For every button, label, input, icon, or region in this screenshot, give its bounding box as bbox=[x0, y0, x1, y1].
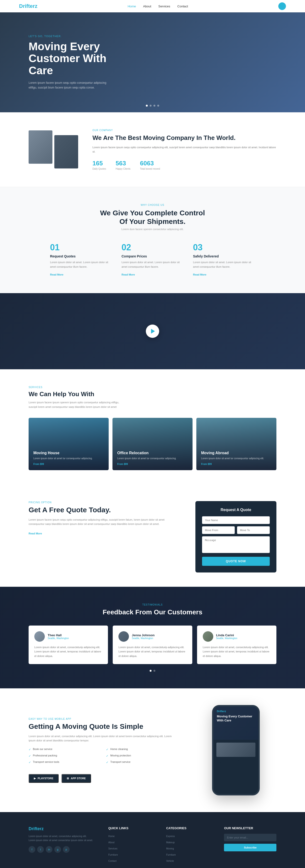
service-card-desc-3: Lorem ipsum dolor sit amet tur consequun… bbox=[201, 457, 272, 460]
app-features-col-1: ✓ Book our service ✓ Professional packin… bbox=[29, 748, 99, 767]
app-feature-4: ✓ Home cleaning bbox=[106, 748, 176, 751]
testimonial-location-3: Seattle, Washington bbox=[216, 637, 237, 640]
playstore-icon: ▶ bbox=[34, 777, 36, 780]
hero-dot-2[interactable] bbox=[150, 105, 151, 106]
phone-about: We Are The Best Moving Company In The Wo… bbox=[214, 740, 258, 766]
hero-dot-3[interactable] bbox=[154, 105, 155, 106]
hero-dot-1[interactable] bbox=[146, 105, 148, 106]
social-twitter[interactable]: t bbox=[37, 846, 44, 853]
phone-logo: Drifterz bbox=[217, 710, 255, 713]
quote-move-to-input[interactable] bbox=[237, 526, 270, 534]
footer-cat-makeup[interactable]: Makeup bbox=[166, 840, 210, 844]
footer-quick-links-list: Home About Services Furniture Contact bbox=[108, 834, 152, 863]
appstore-button[interactable]: ⊞ APP STORE bbox=[61, 774, 91, 783]
phone-screen: Drifterz Moving Every Customer With Care… bbox=[214, 707, 258, 794]
footer-categories-title: CATEGORIES bbox=[166, 826, 210, 830]
social-pinterest[interactable]: p bbox=[63, 846, 70, 853]
social-linkedin[interactable]: in bbox=[46, 846, 52, 853]
testimonial-location-2: Seattle, Washington bbox=[132, 637, 155, 640]
service-card-price-1: From $99 bbox=[33, 463, 104, 465]
footer-cat-furniture[interactable]: Furniture bbox=[166, 852, 210, 857]
phone-logo-text: Drifter bbox=[217, 710, 225, 713]
quote-title: Get A Free Quote Today. bbox=[29, 506, 181, 514]
test-dot-1[interactable] bbox=[150, 670, 151, 672]
phone-hero-title: Moving Every Customer With Care bbox=[217, 715, 255, 723]
about-title: We Are The Best Moving Company In The Wo… bbox=[92, 134, 276, 142]
service-card-3[interactable]: Moving Abroad Lorem ipsum dolor sit amet… bbox=[196, 418, 276, 470]
why-read-more-3[interactable]: Read More bbox=[193, 273, 206, 276]
footer-link-home[interactable]: Home bbox=[108, 834, 152, 838]
service-card-1[interactable]: Moving House Lorem ipsum dolor sit amet … bbox=[29, 418, 109, 470]
nav-contact[interactable]: Contact bbox=[177, 4, 188, 8]
services-tag: SERVICES bbox=[29, 386, 276, 389]
testimonials-title: Feedback From Our Customers bbox=[29, 609, 276, 616]
service-card-content-2: Office Relocation Lorem ipsum dolor sit … bbox=[112, 446, 193, 470]
services-description: Lorem ipsum facere ipsum sperem ipsum op… bbox=[29, 400, 124, 409]
footer-link-furniture[interactable]: Furniture bbox=[108, 852, 152, 857]
testimonial-card-3: Linda Carini Seattle, Washington Lorem i… bbox=[197, 625, 276, 664]
why-items: 01 Request Quotes Lorem ipsum dolor sit … bbox=[29, 243, 276, 277]
app-feature-3: ✓ Transport service tools bbox=[29, 761, 99, 764]
testimonial-card-1: Theo Hall Seattle, Washington Lorem ipsu… bbox=[29, 625, 108, 664]
quote-read-more[interactable]: Read More bbox=[29, 532, 42, 535]
phone-logo-accent: z bbox=[225, 710, 226, 713]
footer-link-contact[interactable]: Contact bbox=[108, 859, 152, 863]
why-item-1: 01 Request Quotes Lorem ipsum dolor sit … bbox=[50, 243, 112, 277]
service-card-title-2: Office Relocation bbox=[117, 451, 188, 455]
testimonial-info-2: Jenna Johnson Seattle, Washington bbox=[132, 633, 155, 640]
video-section bbox=[0, 293, 305, 369]
nav-links: Home About Services Contact bbox=[128, 4, 188, 8]
why-title-line1: We Give You Complete Control bbox=[100, 209, 205, 217]
footer-newsletter: OUR NEWSLETTER Subscribe bbox=[224, 826, 276, 865]
nav-services-link[interactable]: Services bbox=[159, 4, 170, 8]
quote-submit-button[interactable]: QUOTE NOW bbox=[202, 557, 270, 566]
service-card-desc-1: Lorem ipsum dolor sit amet tur consequun… bbox=[33, 457, 104, 460]
app-description: Lorem ipsum dolor sit amet, consectetur … bbox=[29, 734, 176, 743]
nav-about-link[interactable]: About bbox=[143, 4, 151, 8]
play-button[interactable] bbox=[146, 324, 159, 338]
app-feature-6: ✓ Transport service bbox=[106, 761, 176, 764]
quote-name-input[interactable] bbox=[202, 516, 270, 524]
why-item-3: 03 Safely Delivered Lorem ipsum dolor si… bbox=[193, 243, 255, 277]
quote-message-textarea[interactable] bbox=[202, 536, 270, 553]
playstore-button[interactable]: ▶ PLAYSTORE bbox=[29, 774, 59, 783]
stat-num-3: 6063 bbox=[140, 160, 160, 167]
quote-left: PRICING OPTION Get A Free Quote Today. L… bbox=[29, 501, 181, 535]
footer-cat-express[interactable]: Express bbox=[166, 834, 210, 838]
why-read-more-2[interactable]: Read More bbox=[121, 273, 135, 276]
about-images bbox=[29, 130, 78, 168]
testimonial-avatar-row-3: Linda Carini Seattle, Washington bbox=[203, 631, 271, 642]
social-googleplus[interactable]: g bbox=[54, 846, 61, 853]
nav-home[interactable]: Home bbox=[128, 4, 136, 8]
newsletter-subscribe-button[interactable]: Subscribe bbox=[224, 844, 276, 851]
app-feature-label-2: Professional packing bbox=[33, 754, 57, 757]
logo-text: Drifter bbox=[19, 3, 35, 9]
testimonial-info-3: Linda Carini Seattle, Washington bbox=[216, 633, 237, 640]
nav-services[interactable]: Services bbox=[159, 4, 170, 8]
quote-move-from-input[interactable] bbox=[202, 526, 235, 534]
check-icon-1: ✓ bbox=[29, 748, 31, 751]
nav-about[interactable]: About bbox=[143, 4, 151, 8]
footer-cat-vehicle[interactable]: Vehicle bbox=[166, 859, 210, 863]
why-read-more-1[interactable]: Read More bbox=[50, 273, 63, 276]
why-item-title-1: Request Quotes bbox=[50, 254, 112, 258]
footer-cat-moving[interactable]: Moving bbox=[166, 846, 210, 850]
footer-top: Drifterz Lorem ipsum dolor sit amet, con… bbox=[29, 826, 276, 865]
user-avatar[interactable] bbox=[278, 2, 286, 10]
phone-mockup: Drifterz Moving Every Customer With Care… bbox=[212, 705, 260, 796]
footer-link-services[interactable]: Services bbox=[108, 846, 152, 850]
hero-dot-4[interactable] bbox=[157, 105, 159, 106]
test-dot-2[interactable] bbox=[154, 670, 155, 672]
social-facebook[interactable]: f bbox=[29, 846, 35, 853]
check-icon-2: ✓ bbox=[29, 754, 31, 757]
why-title: We Give You Complete Control Of Your Shi… bbox=[29, 209, 276, 226]
service-card-2[interactable]: Office Relocation Lorem ipsum dolor sit … bbox=[112, 418, 193, 470]
nav-home-link[interactable]: Home bbox=[128, 4, 136, 8]
service-card-title-3: Moving Abroad bbox=[201, 451, 272, 455]
footer-link-about[interactable]: About bbox=[108, 840, 152, 844]
nav-contact-link[interactable]: Contact bbox=[177, 4, 188, 8]
newsletter-email-input[interactable] bbox=[224, 834, 276, 841]
about-description: Lorem ipsum facere ipsum sequ optio cons… bbox=[92, 145, 276, 154]
app-title: Getting A Moving Quote Is Simple bbox=[29, 722, 176, 731]
why-description: Lorem dum facere sperem consectetur adip… bbox=[29, 228, 276, 230]
